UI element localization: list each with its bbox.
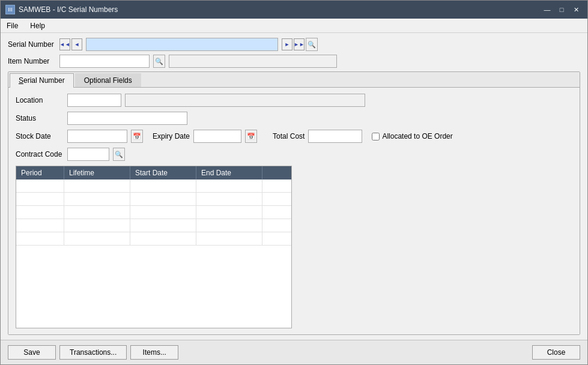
grid-cell-startdate bbox=[130, 206, 196, 219]
location-description-input: Central warehouse - Seattle bbox=[125, 94, 365, 107]
status-row: Status Available bbox=[16, 112, 572, 125]
table-row bbox=[16, 232, 291, 246]
nav-first-button[interactable]: ◄◄ bbox=[59, 38, 70, 50]
serial-search-button[interactable]: 🔍 bbox=[306, 38, 318, 51]
footer-left-buttons: Save Transactions... Items... bbox=[8, 345, 178, 360]
save-button[interactable]: Save bbox=[8, 345, 56, 360]
grid-cell-lifetime bbox=[64, 193, 130, 205]
stock-date-input[interactable]: 01-07-2020 bbox=[67, 130, 127, 143]
close-button[interactable]: Close bbox=[532, 345, 580, 360]
grid-cell-startdate bbox=[130, 193, 196, 205]
restore-button[interactable]: □ bbox=[555, 4, 568, 15]
grid-cell-lifetime bbox=[64, 206, 130, 219]
table-row bbox=[16, 219, 291, 232]
grid-cell-lifetime bbox=[64, 219, 130, 232]
serial-nav-controls: ◄◄ ◄ bbox=[59, 38, 82, 50]
tab-optional-fields[interactable]: Optional Fields bbox=[75, 73, 141, 87]
item-number-row: Item Number A1-900/B 🔍 Answering Machine bbox=[8, 55, 580, 68]
grid-cell-lifetime bbox=[64, 179, 130, 192]
location-code-input[interactable]: 1 bbox=[67, 94, 121, 107]
menu-bar: File Help bbox=[1, 19, 587, 33]
grid-cell-lifetime bbox=[64, 232, 130, 245]
grid-cell-enddate bbox=[196, 179, 262, 192]
status-input[interactable]: Available bbox=[67, 112, 187, 125]
table-row bbox=[16, 179, 291, 193]
status-label: Status bbox=[16, 114, 64, 122]
grid-header-end-date: End Date bbox=[196, 166, 262, 179]
grid-cell-period bbox=[16, 206, 64, 219]
stock-date-calendar-button[interactable]: 📅 bbox=[131, 130, 143, 143]
grid-header-start-date: Start Date bbox=[130, 166, 196, 179]
contract-code-search-button[interactable]: 🔍 bbox=[113, 148, 125, 161]
allocated-checkbox[interactable] bbox=[372, 133, 380, 140]
total-cost-label: Total Cost bbox=[273, 132, 305, 140]
grid-body bbox=[16, 179, 291, 328]
grid-cell-startdate bbox=[130, 179, 196, 192]
serial-number-row: Serial Number ◄◄ ◄ April-00116 ► ►► 🔍 bbox=[8, 38, 580, 51]
tab-optional-fields-label: Optional Fields bbox=[84, 76, 132, 85]
content-area: Serial Number ◄◄ ◄ April-00116 ► ►► 🔍 It… bbox=[1, 33, 587, 340]
close-window-button[interactable]: ✕ bbox=[569, 4, 583, 15]
grid-cell-period bbox=[16, 219, 64, 232]
grid-header-lifetime: Lifetime bbox=[64, 166, 130, 179]
grid-cell-enddate bbox=[196, 206, 262, 219]
contract-code-row: Contract Code 🔍 bbox=[16, 148, 572, 161]
item-number-input[interactable]: A1-900/B bbox=[59, 55, 150, 68]
window-title: SAMWEB - I/C Serial Numbers bbox=[19, 5, 118, 14]
title-bar: III SAMWEB - I/C Serial Numbers — □ ✕ bbox=[1, 1, 587, 19]
footer-right-buttons: Close bbox=[532, 345, 580, 360]
item-search-button[interactable]: 🔍 bbox=[153, 55, 165, 68]
tab-serial-number[interactable]: Serial Number bbox=[10, 73, 74, 88]
serial-nav-controls-right: ► ►► 🔍 bbox=[282, 38, 318, 51]
warranty-grid: Period Lifetime Start Date End Date bbox=[16, 166, 292, 328]
nav-next-button[interactable]: ► bbox=[282, 38, 292, 50]
contract-code-input[interactable] bbox=[67, 148, 109, 161]
grid-header: Period Lifetime Start Date End Date bbox=[16, 166, 291, 179]
window-controls: — □ ✕ bbox=[541, 4, 583, 15]
expiry-date-label: Expiry Date bbox=[153, 132, 190, 140]
serial-number-label: Serial Number bbox=[8, 40, 56, 49]
location-label: Location bbox=[16, 96, 64, 104]
stock-date-label: Stock Date bbox=[16, 132, 64, 140]
footer: Save Transactions... Items... Close bbox=[1, 340, 587, 364]
tab-content-serial-number: Location 1 Central warehouse - Seattle S… bbox=[8, 88, 580, 334]
total-cost-input[interactable]: 15.86 bbox=[308, 130, 362, 143]
grid-cell-startdate bbox=[130, 232, 196, 245]
menu-file[interactable]: File bbox=[4, 20, 20, 31]
table-row bbox=[16, 206, 291, 219]
tabs-container: Serial Number Optional Fields Location 1… bbox=[8, 71, 580, 335]
table-row bbox=[16, 193, 291, 206]
contract-code-label: Contract Code bbox=[16, 150, 64, 158]
location-row: Location 1 Central warehouse - Seattle bbox=[16, 94, 572, 107]
title-bar-left: III SAMWEB - I/C Serial Numbers bbox=[5, 5, 118, 14]
dates-row: Stock Date 01-07-2020 📅 Expiry Date -- 📅… bbox=[16, 130, 572, 143]
nav-last-button[interactable]: ►► bbox=[294, 38, 305, 50]
minimize-button[interactable]: — bbox=[541, 4, 554, 15]
tab-serial-number-label: Serial Number bbox=[19, 76, 65, 85]
app-icon: III bbox=[5, 5, 15, 14]
grid-cell-enddate bbox=[196, 219, 262, 232]
grid-cell-startdate bbox=[130, 219, 196, 232]
grid-cell-period bbox=[16, 193, 64, 205]
tab-bar: Serial Number Optional Fields bbox=[8, 72, 580, 88]
grid-cell-enddate bbox=[196, 193, 262, 205]
serial-number-input[interactable]: April-00116 bbox=[86, 38, 278, 51]
expiry-date-input[interactable]: -- bbox=[193, 130, 241, 143]
menu-help[interactable]: Help bbox=[28, 20, 47, 31]
nav-prev-button[interactable]: ◄ bbox=[71, 38, 82, 50]
main-window: III SAMWEB - I/C Serial Numbers — □ ✕ Fi… bbox=[0, 0, 588, 365]
item-description-field: Answering Machine bbox=[169, 55, 337, 68]
allocated-label: Allocated to OE Order bbox=[382, 132, 452, 140]
grid-cell-period bbox=[16, 179, 64, 192]
allocated-row: Allocated to OE Order bbox=[372, 132, 452, 140]
grid-cell-period bbox=[16, 232, 64, 245]
items-button[interactable]: Items... bbox=[130, 345, 178, 360]
item-number-label: Item Number bbox=[8, 57, 56, 65]
grid-header-period: Period bbox=[16, 166, 64, 179]
grid-cell-enddate bbox=[196, 232, 262, 245]
expiry-date-calendar-button[interactable]: 📅 bbox=[245, 130, 257, 143]
transactions-button[interactable]: Transactions... bbox=[59, 345, 127, 360]
